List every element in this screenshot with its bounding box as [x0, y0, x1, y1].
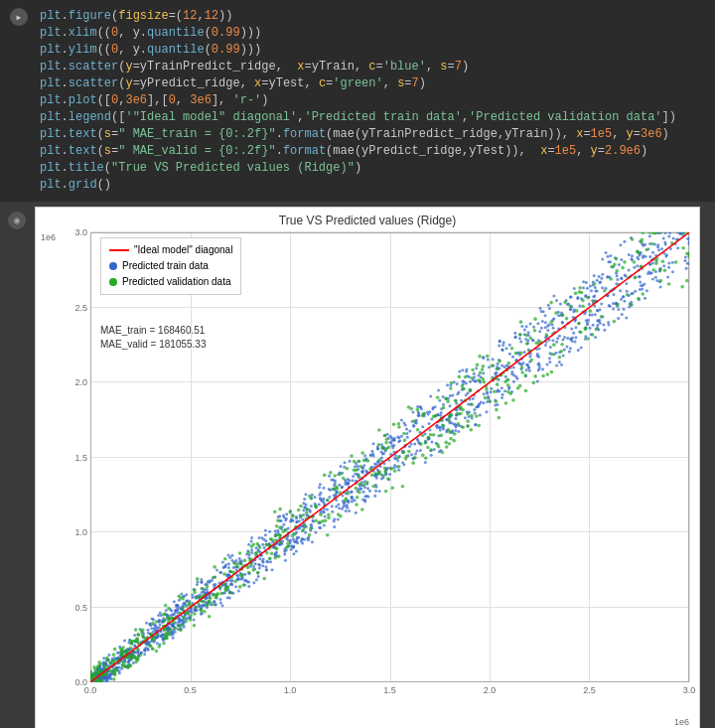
- code-line-1: plt.figure(figsize=(12,12)): [40, 8, 705, 25]
- legend-item-train: Predicted train data: [109, 258, 232, 274]
- chart-section: True VS Predicted values (Ridge) 1e6: [0, 202, 715, 728]
- legend-dot-blue-icon: [109, 262, 117, 270]
- code-line-8: plt.text(s=" MAE_train = {0:.2f}".format…: [40, 126, 705, 143]
- xtick-5: 2.5: [583, 682, 596, 695]
- ytick-1: 0.5: [74, 603, 90, 613]
- code-line-3: plt.ylim((0, y.quantile(0.99))): [40, 42, 705, 59]
- code-section: plt.figure(figsize=(12,12)) plt.xlim((0,…: [0, 0, 715, 202]
- xaxis-label: 1e6: [674, 717, 689, 727]
- legend-label-valid: Predicted validation data: [122, 274, 231, 290]
- ytick-3: 1.5: [74, 453, 90, 463]
- code-line-10: plt.title("True VS Predicted values (Rid…: [40, 160, 705, 177]
- ytick-5: 2.5: [74, 303, 90, 313]
- xtick-3: 1.5: [383, 682, 396, 695]
- legend-dot-green-icon: [109, 278, 117, 286]
- legend-line-icon: [109, 249, 129, 251]
- gridline-v6: [689, 232, 690, 682]
- xtick-0: 0.0: [84, 682, 97, 695]
- ytick-2: 1.0: [74, 527, 90, 537]
- code-line-6: plt.plot([0,3e6],[0, 3e6], 'r-'): [40, 92, 705, 109]
- xtick-4: 2.0: [484, 682, 497, 695]
- code-line-4: plt.scatter(y=yTrainPredict_ridge, x=yTr…: [40, 59, 705, 75]
- code-line-9: plt.text(s=" MAE_valid = {0:.2f}".format…: [40, 143, 705, 160]
- scatter-canvas: [90, 232, 689, 682]
- legend-label-train: Predicted train data: [122, 258, 209, 274]
- chart-title: True VS Predicted values (Ridge): [36, 208, 699, 227]
- mae-train-text: MAE_train = 168460.51: [100, 325, 205, 336]
- ytick-4: 2.0: [74, 377, 90, 387]
- chart-plot-area: 0.0 0.5 1.0 1.5 2.0 2.5 3.0 0.0 0.5 1.0 …: [90, 232, 689, 682]
- yaxis-label: 1e6: [41, 232, 56, 242]
- code-line-5: plt.scatter(y=yPredict_ridge, x=yTest, c…: [40, 75, 705, 92]
- code-line-11: plt.grid(): [40, 177, 705, 194]
- code-line-7: plt.legend(['"Ideal model" diagonal','Pr…: [40, 109, 705, 126]
- xtick-2: 1.0: [284, 682, 297, 695]
- xtick-1: 0.5: [184, 682, 197, 695]
- ytick-6: 3.0: [74, 227, 90, 237]
- mae-valid-text: MAE_valid = 181055.33: [100, 339, 206, 350]
- legend-label-ideal: "Ideal model" diagonal: [134, 242, 232, 258]
- legend-item-ideal: "Ideal model" diagonal: [109, 242, 232, 258]
- chart-icon: [8, 212, 26, 229]
- code-line-2: plt.xlim((0, y.quantile(0.99))): [40, 25, 705, 42]
- legend-item-valid: Predicted validation data: [109, 274, 232, 290]
- xtick-6: 3.0: [683, 682, 696, 695]
- run-button[interactable]: [10, 8, 28, 26]
- chart-container: True VS Predicted values (Ridge) 1e6: [35, 207, 700, 728]
- legend-box: "Ideal model" diagonal Predicted train d…: [100, 237, 241, 295]
